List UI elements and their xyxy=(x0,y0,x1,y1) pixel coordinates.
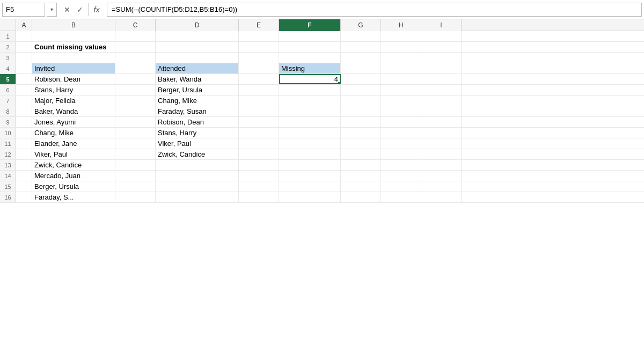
cell[interactable] xyxy=(156,160,239,170)
cell[interactable] xyxy=(381,181,421,192)
cell[interactable] xyxy=(381,160,421,170)
cell[interactable]: 4 xyxy=(279,74,341,84)
cell[interactable] xyxy=(16,149,32,159)
cell[interactable] xyxy=(421,95,462,106)
cell[interactable] xyxy=(341,42,381,52)
cell[interactable] xyxy=(156,171,239,181)
cell[interactable]: Count missing values xyxy=(32,42,115,52)
cell[interactable] xyxy=(421,128,462,138)
cell[interactable]: Robison, Dean xyxy=(156,117,239,127)
cell[interactable] xyxy=(341,53,381,63)
cell[interactable] xyxy=(421,74,462,84)
cell[interactable] xyxy=(32,31,115,41)
cell[interactable] xyxy=(16,31,32,41)
cell[interactable] xyxy=(115,117,156,127)
cell[interactable] xyxy=(16,160,32,170)
cell[interactable] xyxy=(16,42,32,52)
cell[interactable] xyxy=(381,192,421,202)
cell[interactable] xyxy=(115,171,156,181)
cell[interactable] xyxy=(279,128,341,138)
cell[interactable] xyxy=(156,31,239,41)
formula-input[interactable] xyxy=(107,3,642,17)
cell[interactable] xyxy=(341,85,381,95)
cell[interactable] xyxy=(279,181,341,192)
cell[interactable] xyxy=(341,171,381,181)
cell[interactable] xyxy=(421,138,462,149)
cell[interactable] xyxy=(279,85,341,95)
cell[interactable] xyxy=(239,42,279,52)
cell[interactable] xyxy=(239,149,279,159)
cell[interactable] xyxy=(156,42,239,52)
col-header-f[interactable]: F xyxy=(279,19,341,31)
cell[interactable] xyxy=(381,31,421,41)
cell[interactable] xyxy=(381,53,421,63)
cell[interactable] xyxy=(381,63,421,74)
cell[interactable] xyxy=(115,160,156,170)
cell[interactable] xyxy=(381,138,421,149)
cell[interactable] xyxy=(115,181,156,192)
cell[interactable]: Missing xyxy=(279,63,341,74)
cell[interactable] xyxy=(421,63,462,74)
col-header-h[interactable]: H xyxy=(381,19,421,31)
cell[interactable] xyxy=(156,192,239,202)
confirm-icon[interactable]: ✓ xyxy=(74,4,86,16)
cell[interactable] xyxy=(115,63,156,74)
cell[interactable]: Viker, Paul xyxy=(32,149,115,159)
col-header-e[interactable]: E xyxy=(239,19,279,31)
cell[interactable]: Mercado, Juan xyxy=(32,171,115,181)
cell[interactable] xyxy=(279,31,341,41)
cell[interactable] xyxy=(421,31,462,41)
cell[interactable] xyxy=(239,85,279,95)
cell[interactable]: Baker, Wanda xyxy=(32,106,115,116)
cell[interactable] xyxy=(239,160,279,170)
cell[interactable] xyxy=(341,128,381,138)
cell[interactable]: Zwick, Candice xyxy=(32,160,115,170)
cell[interactable] xyxy=(115,74,156,84)
cell[interactable] xyxy=(421,171,462,181)
cell[interactable]: Stans, Harry xyxy=(32,85,115,95)
cell-ref-dropdown[interactable]: ▾ xyxy=(47,3,57,17)
cell[interactable] xyxy=(239,192,279,202)
cell[interactable] xyxy=(115,149,156,159)
cell[interactable]: Chang, Mike xyxy=(32,128,115,138)
col-header-b[interactable]: B xyxy=(32,19,115,31)
cell[interactable] xyxy=(421,53,462,63)
cell[interactable] xyxy=(115,138,156,149)
cell[interactable] xyxy=(239,106,279,116)
cell[interactable] xyxy=(16,85,32,95)
cancel-icon[interactable]: ✕ xyxy=(61,4,73,16)
cell[interactable] xyxy=(16,181,32,192)
col-header-c[interactable]: C xyxy=(115,19,156,31)
cell[interactable] xyxy=(239,117,279,127)
cell[interactable]: Berger, Ursula xyxy=(32,181,115,192)
cell[interactable] xyxy=(115,31,156,41)
fx-icon[interactable]: fx xyxy=(91,4,103,16)
cell-ref-box[interactable]: F5 xyxy=(2,3,45,17)
cell[interactable] xyxy=(239,181,279,192)
cell[interactable] xyxy=(115,95,156,106)
cell[interactable] xyxy=(239,74,279,84)
cell[interactable] xyxy=(239,95,279,106)
cell[interactable]: Baker, Wanda xyxy=(156,74,239,84)
cell[interactable] xyxy=(381,106,421,116)
cell[interactable] xyxy=(16,128,32,138)
cell[interactable] xyxy=(381,171,421,181)
cell[interactable] xyxy=(341,160,381,170)
cell[interactable] xyxy=(115,106,156,116)
cell[interactable] xyxy=(279,192,341,202)
cell[interactable] xyxy=(381,128,421,138)
cell[interactable] xyxy=(16,106,32,116)
cell[interactable] xyxy=(341,106,381,116)
cell[interactable] xyxy=(115,42,156,52)
cell[interactable] xyxy=(279,117,341,127)
cell[interactable] xyxy=(239,53,279,63)
col-header-g[interactable]: G xyxy=(341,19,381,31)
cell[interactable] xyxy=(341,181,381,192)
cell[interactable]: Jones, Ayumi xyxy=(32,117,115,127)
cell[interactable] xyxy=(16,95,32,106)
cell[interactable] xyxy=(341,192,381,202)
cell[interactable] xyxy=(341,138,381,149)
cell[interactable] xyxy=(115,128,156,138)
cell[interactable]: Invited xyxy=(32,63,115,74)
cell[interactable] xyxy=(279,42,341,52)
